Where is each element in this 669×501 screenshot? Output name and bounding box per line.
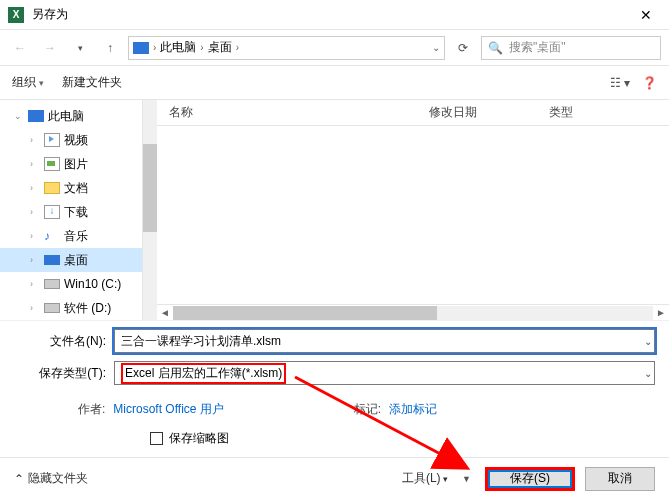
search-placeholder: 搜索"桌面"	[509, 39, 566, 56]
window-title: 另存为	[32, 6, 631, 23]
savetype-label: 保存类型(T):	[14, 365, 114, 382]
back-button[interactable]: ←	[8, 36, 32, 60]
monitor-icon	[133, 42, 149, 54]
disk-icon	[44, 303, 60, 313]
video-icon	[44, 133, 60, 147]
excel-icon: X	[8, 7, 24, 23]
thumbnail-label: 保存缩略图	[169, 430, 229, 447]
filename-field[interactable]: 三合一课程学习计划清单.xlsm ⌄	[114, 329, 655, 353]
download-icon: ↓	[44, 205, 60, 219]
navigation-tree[interactable]: ⌄此电脑 ›视频 ›图片 ›文档 ›↓下载 ›♪音乐 ›桌面 ›Win10 (C…	[0, 100, 143, 320]
column-headers[interactable]: 名称 修改日期 类型	[157, 100, 669, 126]
up-button[interactable]: ↑	[98, 36, 122, 60]
address-bar[interactable]: › 此电脑 › 桌面 › ⌄	[128, 36, 445, 60]
search-input[interactable]: 🔍 搜索"桌面"	[481, 36, 661, 60]
refresh-button[interactable]: ⟳	[451, 41, 475, 55]
tree-this-pc[interactable]: ⌄此电脑	[0, 104, 142, 128]
desktop-icon	[44, 255, 60, 265]
tree-pictures[interactable]: ›图片	[0, 152, 142, 176]
column-modified[interactable]: 修改日期	[429, 104, 549, 121]
new-folder-button[interactable]: 新建文件夹	[62, 74, 122, 91]
path-dropdown[interactable]: ⌄	[432, 42, 440, 53]
tree-documents[interactable]: ›文档	[0, 176, 142, 200]
music-icon: ♪	[44, 229, 60, 243]
file-list[interactable]	[157, 126, 669, 304]
recent-dropdown[interactable]: ▾	[68, 36, 92, 60]
pictures-icon	[44, 157, 60, 171]
view-options-button[interactable]: ☷ ▾	[610, 76, 630, 90]
author-label: 作者:	[78, 401, 105, 418]
tree-soft[interactable]: ›软件 (D:)	[0, 296, 142, 320]
folder-icon	[44, 182, 60, 194]
filename-label: 文件名(N):	[14, 333, 114, 350]
save-button[interactable]: 保存(S)	[485, 467, 575, 491]
tree-win10[interactable]: ›Win10 (C:)	[0, 272, 142, 296]
tree-music[interactable]: ›♪音乐	[0, 224, 142, 248]
monitor-icon	[28, 110, 44, 122]
search-icon: 🔍	[488, 41, 503, 55]
author-value[interactable]: Microsoft Office 用户	[113, 401, 223, 418]
path-this-pc[interactable]: 此电脑	[160, 39, 196, 56]
organize-menu[interactable]: 组织	[12, 74, 44, 91]
cancel-button[interactable]: 取消	[585, 467, 655, 491]
tags-value[interactable]: 添加标记	[389, 401, 437, 418]
savetype-value: Excel 启用宏的工作簿(*.xlsm)	[125, 366, 282, 380]
scroll-left-icon[interactable]: ◄	[157, 307, 173, 318]
forward-button[interactable]: →	[38, 36, 62, 60]
tree-downloads[interactable]: ›↓下载	[0, 200, 142, 224]
column-name[interactable]: 名称	[169, 104, 429, 121]
thumbnail-checkbox[interactable]	[150, 432, 163, 445]
help-button[interactable]: ❓	[642, 76, 657, 90]
tree-video[interactable]: ›视频	[0, 128, 142, 152]
chevron-right-icon: ›	[153, 42, 156, 53]
disk-icon	[44, 279, 60, 289]
chevron-up-icon: ⌃	[14, 472, 24, 486]
hide-folders-button[interactable]: ⌃ 隐藏文件夹	[14, 470, 88, 487]
tags-label: 标记:	[354, 401, 381, 418]
chevron-right-icon: ›	[236, 42, 239, 53]
tools-menu[interactable]: 工具(L)	[402, 470, 448, 487]
horizontal-scrollbar[interactable]: ◄ ►	[157, 304, 669, 320]
chevron-down-icon[interactable]: ⌄	[644, 336, 652, 347]
tree-desktop[interactable]: ›桌面	[0, 248, 142, 272]
column-type[interactable]: 类型	[549, 104, 669, 121]
filename-value: 三合一课程学习计划清单.xlsm	[121, 333, 281, 350]
path-desktop[interactable]: 桌面	[208, 39, 232, 56]
tools-dropdown[interactable]: ▼	[458, 474, 475, 484]
scroll-right-icon[interactable]: ►	[653, 307, 669, 318]
savetype-field[interactable]: Excel 启用宏的工作簿(*.xlsm) ⌄	[114, 361, 655, 385]
close-icon[interactable]: ✕	[631, 7, 661, 23]
chevron-right-icon: ›	[200, 42, 203, 53]
chevron-down-icon[interactable]: ⌄	[644, 368, 652, 379]
tree-scrollbar[interactable]	[143, 100, 157, 320]
